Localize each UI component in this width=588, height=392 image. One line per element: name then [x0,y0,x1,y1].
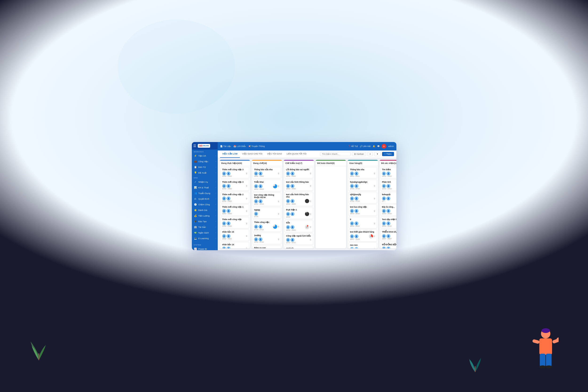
kanban-card[interactable]: fojnakgrugpkolign 🗑 [348,180,377,191]
delete-icon[interactable]: 🗑 [310,213,312,215]
delete-icon[interactable]: 🗑 [374,210,375,212]
nav-truyenthong[interactable]: 📢 Truyền Thông [248,145,265,148]
sidebar-item-taisan[interactable]: 🏢 Tài Sản › [192,224,218,230]
username-label[interactable]: admin [388,145,394,148]
kanban-card[interactable]: Triển khai 75 🗑 14 [252,180,281,192]
sidebar-item-ngansach[interactable]: 💵 Ngân Sách › [192,230,218,236]
kanban-card[interactable]: test cấu hình thông báo 🗑 [284,180,313,191]
sidebar-item-khtue[interactable]: 📊 KH & Thuế › [192,185,218,190]
sidebar-item-donthu[interactable]: 📋 Đơn Từ › [192,164,218,170]
delete-icon[interactable]: 🗑 [246,248,248,248]
sidebar-item-tienluong[interactable]: 💰 Tiền Lương › [192,213,218,219]
kanban-card[interactable]: nhân bản 14 🗑 15/ [220,242,249,248]
kanban-card[interactable]: Phân tích 🗑 12/12 [380,180,396,191]
kanban-card[interactable]: epgiash 🗑 27/10 - [284,246,313,248]
delete-icon[interactable]: 🗑 [374,235,375,237]
kanban-card[interactable]: Test cập nhật bổ 🗑 [380,217,396,228]
kanban-card[interactable]: nhân bản 15 🗑 15/ [220,229,249,241]
kanban-card[interactable]: Thêm mới công việc 🗑 [220,217,249,228]
kanban-card[interactable]: sgpgg 🗑 27/10 [252,207,281,219]
delete-icon[interactable]: 🗑 [278,172,280,174]
sidebar-item-elearning[interactable]: 💻 E-Learning › [192,236,218,241]
delete-icon[interactable]: 🗑 [246,210,248,212]
kanban-card[interactable]: TRIỂN KHAI DỰ Á 🗑 [380,229,396,241]
kanban-card[interactable]: thực hiện 1 95 🗑 1 [284,207,313,219]
kanban-card[interactable]: thêm cv con 🗑 16/ [252,245,281,248]
kanban-card[interactable]: test cấu hình thông báo nha 100 🗑 [284,192,313,206]
kanban-card[interactable]: Thông báo sửa nha 🗑 [252,167,281,178]
add-btn[interactable]: + Thêm [382,152,394,156]
sidebar-item-tienich[interactable]: ⚡ Tiện ích › [192,153,218,159]
kanban-card[interactable]: 1eabkg 🗑 22/10 - [252,233,281,244]
delete-icon[interactable]: 🗑 [310,172,312,174]
delete-icon[interactable]: 🗑 [310,239,312,241]
kanban-card[interactable]: test công việc không thuộc dự án 🗑 [252,192,281,206]
kanban-card[interactable]: Sửa 12 🗑 12/12 - 1 [284,220,313,232]
sidebar-item-powerbi[interactable]: 📈 Power BI › [192,246,218,250]
delete-icon[interactable]: 🗑 [374,198,375,200]
nav-tailieu[interactable]: 📄 Tài Liệu [220,145,231,148]
messages-btn[interactable]: 💬 [377,145,380,148]
tab-lienquantoitoi[interactable]: LIÊN QUAN TỚI TÔI [284,150,309,158]
kanban-card[interactable]: NỐI ĐỒNG BỆNH 🗑 2 [380,242,396,248]
tab-viecgiaochotoi[interactable]: VIỆC GIAO CHO TÔI [240,150,265,158]
notification-btn[interactable]: 🔔 [373,145,375,148]
delete-icon[interactable]: 🗑 [246,198,248,200]
sidebar-item-quyetdinh[interactable]: ⚖ Quyết Định › [192,196,218,202]
hamburger-icon[interactable]: ☰ [193,144,196,148]
kanban-btn[interactable]: ⊞ Kanban [352,152,366,156]
sidebar-item-dexuat[interactable]: 💡 Đề Xuất › [192,170,218,176]
delete-icon[interactable]: 🗑 [246,172,248,174]
delete-icon[interactable]: 🗑 [246,235,248,237]
delete-icon[interactable]: 🗑 [310,185,312,187]
sidebar-item-chamcong[interactable]: 🕐 Chấm Công › [192,202,218,208]
kanban-card[interactable]: Công việc ngoài lịch biểu 🗑 [284,233,313,245]
delete-icon[interactable]: 🗑 [374,248,375,248]
delete-icon[interactable]: 🗑 [246,185,248,187]
kanban-card[interactable]: Thông báo nha 🗑 2 [348,167,377,178]
kanban-card[interactable]: lr 🗑 26/10 - 26/1 [348,217,377,228]
tab-viectogiao[interactable]: VIỆC TÔI GIAO [265,150,284,158]
delete-icon[interactable]: 🗑 [246,222,248,224]
kanban-card[interactable]: test lua công việc 🗑 [348,204,377,216]
list-view-btn[interactable]: ≡ [368,152,373,156]
delete-icon[interactable]: 🗑 [278,213,280,215]
sidebar-item-nhiemvu[interactable]: ✓ Nhiệm Vụ › [192,179,218,185]
kanban-card[interactable]: Thêm mới công việc 1 🗑 [220,204,249,216]
kanban-card[interactable]: neo neo 🗑 28/07 - [348,242,377,248]
card-date: 21/02 - 23/02 [222,213,248,214]
kanban-card[interactable]: sjkfglansjfg 🗑 27 [348,192,377,204]
nav-lichbieu[interactable]: 📅 Lịch Biểu [233,145,246,148]
sidebar-item-tuyendung[interactable]: 👥 Tuyển Dụng › [192,190,218,196]
filter-btn[interactable]: ▼ [374,152,381,156]
delete-icon[interactable]: 🗑 [310,200,312,202]
lienkiet-btn[interactable]: 🔗 Liên Kết [360,145,371,148]
kanban-card[interactable]: Lỗi thông báo sai người 🗑 [284,167,313,178]
delete-icon[interactable]: 🗑 [278,200,280,202]
kanban-card[interactable]: test thời gian khách hàng 34 🗑 [348,229,377,241]
kanban-card[interactable]: Thêm mới công việc 2 🗑 [220,192,249,204]
tab-vieccanlam[interactable]: VIỆC CẦN LÀM [220,150,240,158]
delete-icon[interactable]: 🗑 [278,185,280,187]
kanban-card[interactable]: Đây là công... 🗑 [380,204,396,216]
sidebar-item-daotao[interactable]: 🎓 Đào Tạo › [192,219,218,224]
hotro-btn[interactable]: ❓ Hỗ Trợ [348,145,358,148]
card-actions: 🗑 [246,172,248,174]
tabbar: VIỆC CẦN LÀM VIỆC GIAO CHO TÔI VIỆC TÔI … [218,150,396,158]
kanban-card[interactable]: Tìm kiếm 🗑 14/12 [380,167,396,178]
delete-icon[interactable]: 🗑 [278,238,280,240]
kanban-card[interactable]: Thêm mới công việc 3 🗑 [220,180,249,191]
kanban-card[interactable]: kekegnjk 🗑 27/... [380,192,396,204]
sidebar-item-danhgia[interactable]: ⭐ Đánh Giá › [192,208,218,213]
delete-icon[interactable]: 🗑 [278,226,280,228]
delete-icon[interactable]: 🗑 [310,226,312,228]
delete-icon[interactable]: 🗑 [374,222,375,224]
delete-icon[interactable]: 🗑 [374,185,375,187]
card-actions: 🗑 [374,222,375,224]
search-input[interactable] [320,152,351,156]
kanban-card[interactable]: Thêm công việc 76 🗑 [252,220,281,232]
user-avatar[interactable]: A [382,144,386,148]
sidebar-item-congviec[interactable]: 💼 Công Việc › [192,159,218,164]
kanban-card[interactable]: Thêm mới công việc 3 🗑 [220,167,249,178]
delete-icon[interactable]: 🗑 [374,172,375,174]
